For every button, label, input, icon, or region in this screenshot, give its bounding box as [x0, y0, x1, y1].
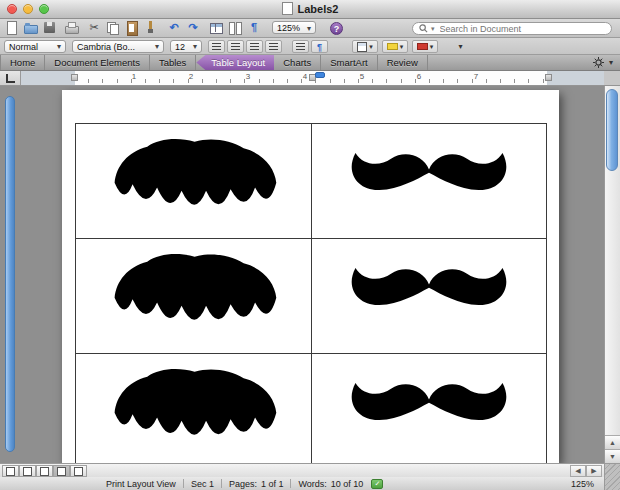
columns-button[interactable]: [227, 20, 243, 36]
style-combo[interactable]: ▾ Normal: [4, 40, 66, 53]
line-spacing-button[interactable]: [292, 40, 309, 53]
view-publishing-button[interactable]: [36, 465, 53, 477]
table-column-marker[interactable]: [71, 74, 78, 81]
cut-button[interactable]: ✂: [86, 20, 102, 36]
ruler-row: 1 2 3 4 5 6 7: [0, 71, 620, 86]
tab-selector[interactable]: [0, 71, 21, 85]
scroll-left-button[interactable]: ◀: [570, 465, 586, 477]
walrus-mustache-image[interactable]: [95, 135, 291, 227]
columns-icon: [227, 20, 243, 36]
walrus-mustache-image[interactable]: [95, 365, 291, 457]
tab-home[interactable]: Home: [0, 55, 45, 70]
table-cell[interactable]: [76, 239, 311, 353]
view-mode-label: Print Layout View: [106, 479, 176, 489]
document-area[interactable]: [0, 86, 604, 463]
paragraph-marks-button[interactable]: ¶: [311, 40, 328, 53]
handlebar-mustache-image[interactable]: [335, 143, 523, 219]
scroll-right-button[interactable]: ▶: [586, 465, 602, 477]
tab-tables[interactable]: Tables: [150, 55, 196, 70]
bullets-button[interactable]: [208, 40, 225, 53]
open-button[interactable]: [23, 20, 39, 36]
publishing-view-icon: [40, 467, 49, 476]
labels-table[interactable]: [75, 123, 547, 463]
status-zoom-value[interactable]: 125%: [571, 479, 594, 489]
chevron-down-icon: ▾: [155, 41, 159, 53]
center-indent-marker[interactable]: [315, 72, 325, 78]
document-page[interactable]: [62, 90, 559, 463]
search-field[interactable]: ▾: [412, 22, 612, 35]
handlebar-mustache-image[interactable]: [335, 373, 523, 449]
window-title-group: Labels2: [0, 2, 620, 15]
scissors-icon: ✂: [86, 20, 102, 36]
tab-review[interactable]: Review: [378, 55, 428, 70]
vertical-scrollbar[interactable]: ▲ ▼: [604, 86, 620, 463]
arrow-left-icon: ◀: [575, 467, 580, 475]
arrow-right-icon: ▶: [591, 467, 596, 475]
view-print-layout-button[interactable]: [53, 465, 70, 477]
redo-button[interactable]: ↷: [185, 20, 201, 36]
table-column-marker[interactable]: [545, 74, 552, 81]
copy-button[interactable]: [105, 20, 121, 36]
title-bar[interactable]: Labels2: [0, 0, 620, 19]
tab-charts[interactable]: Charts: [274, 55, 321, 70]
walrus-mustache-image[interactable]: [95, 250, 291, 342]
status-bar: Print Layout View Sec 1 Pages: 1 of 1 Wo…: [0, 477, 604, 490]
spelling-status-button[interactable]: ✓: [371, 479, 383, 489]
format-painter-button[interactable]: [143, 20, 159, 36]
save-button[interactable]: [42, 20, 58, 36]
tab-table-layout[interactable]: Table Layout: [196, 55, 274, 70]
view-notebook-button[interactable]: [70, 465, 87, 477]
line-spacing-icon: [296, 46, 305, 47]
scroll-up-button[interactable]: ▲: [605, 435, 620, 449]
increase-indent-button[interactable]: [265, 40, 282, 53]
handlebar-mustache-image[interactable]: [335, 258, 523, 334]
print-button[interactable]: [64, 20, 80, 36]
pages-status[interactable]: Pages: 1 of 1: [229, 479, 284, 489]
arrow-down-icon: ▼: [609, 453, 616, 460]
zoom-control[interactable]: 125% ▾: [272, 21, 316, 34]
help-button[interactable]: ?: [330, 22, 343, 35]
new-document-button[interactable]: [4, 20, 20, 36]
table-cell[interactable]: [76, 124, 311, 238]
font-size-combo[interactable]: ▾ 12: [170, 40, 202, 53]
numbered-list-icon: [231, 46, 240, 47]
undo-button[interactable]: ↶: [166, 20, 182, 36]
words-label: Words:: [298, 479, 326, 489]
paste-button[interactable]: [124, 20, 140, 36]
decrease-indent-button[interactable]: [246, 40, 263, 53]
scrollbar-thumb[interactable]: [606, 89, 618, 171]
vertical-ruler: [5, 96, 15, 452]
view-outline-button[interactable]: [19, 465, 36, 477]
borders-button[interactable]: ▾: [352, 40, 378, 53]
tab-stop-icon: [6, 74, 15, 83]
scroll-down-button[interactable]: ▼: [605, 449, 620, 463]
chevron-down-icon: ▾: [57, 41, 61, 53]
table-cell[interactable]: [76, 354, 311, 463]
table-cell[interactable]: [311, 354, 547, 463]
font-combo[interactable]: ▾ Cambria (Bo...: [72, 40, 164, 53]
search-input[interactable]: [438, 23, 605, 35]
outline-view-icon: [23, 467, 32, 476]
insert-table-button[interactable]: [208, 20, 224, 36]
tab-smartart[interactable]: SmartArt: [321, 55, 377, 70]
table-cell[interactable]: [311, 124, 547, 238]
toolbar-overflow-button[interactable]: ▾: [452, 40, 469, 53]
font-color-icon: [417, 43, 428, 50]
view-draft-button[interactable]: [2, 465, 19, 477]
words-status[interactable]: Words: 10 of 10: [298, 479, 363, 489]
horizontal-ruler: 1 2 3 4 5 6 7: [21, 71, 604, 85]
font-color-button[interactable]: ▾: [412, 40, 438, 53]
show-formatting-button[interactable]: ¶: [246, 20, 262, 36]
tab-document-elements[interactable]: Document Elements: [45, 55, 150, 70]
gear-icon: [593, 57, 604, 68]
horizontal-scrollbar[interactable]: ◀ ▶: [0, 463, 604, 477]
ribbon-options[interactable]: ▾: [593, 55, 620, 70]
resize-grip[interactable]: [604, 463, 620, 490]
draft-view-icon: [6, 467, 15, 476]
highlight-button[interactable]: ▾: [382, 40, 408, 53]
numbering-button[interactable]: [227, 40, 244, 53]
arrow-up-icon: ▲: [609, 439, 616, 446]
print-layout-view-icon: [57, 467, 66, 476]
table-cell[interactable]: [311, 239, 547, 353]
table-icon: [208, 20, 224, 36]
